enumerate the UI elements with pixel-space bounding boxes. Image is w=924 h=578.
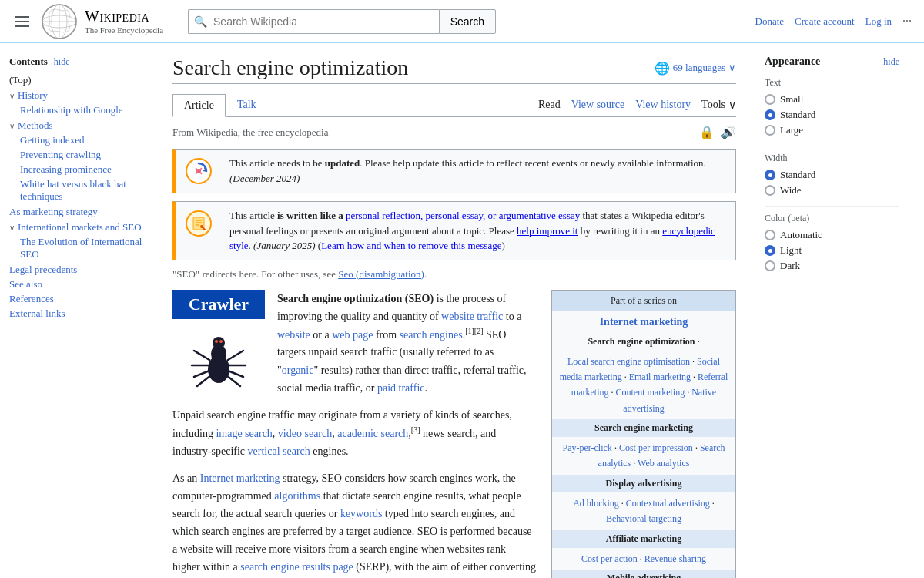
internet-marketing-link[interactable]: Internet marketing xyxy=(200,472,280,484)
website-link[interactable]: website xyxy=(277,328,310,340)
width-standard-option[interactable]: Standard xyxy=(765,169,899,181)
svg-line-21 xyxy=(194,351,209,360)
tab-read[interactable]: Read xyxy=(538,99,561,111)
infobox-display-links: Ad blocking · Contextual advertising · B… xyxy=(552,492,735,530)
color-automatic-option[interactable]: Automatic xyxy=(765,229,899,241)
web-page-link[interactable]: web page xyxy=(332,328,373,340)
toc-legal-link[interactable]: Legal precedents xyxy=(9,264,77,275)
search-button[interactable]: Search xyxy=(439,9,496,34)
toc-hide-button[interactable]: hide xyxy=(54,56,70,68)
toc-see-also-link[interactable]: See also xyxy=(9,278,42,290)
algorithms-link[interactable]: algorithms xyxy=(274,490,320,502)
appearance-title: Appearance xyxy=(765,55,820,68)
improve-link[interactable]: help improve it xyxy=(517,225,578,237)
search-icon: 🔍 xyxy=(194,15,207,28)
search-area: 🔍 Search xyxy=(188,9,496,34)
from-wiki-icons: 🔒 🔊 xyxy=(699,125,736,139)
search-input[interactable] xyxy=(188,9,439,34)
infobox-link[interactable]: Web analytics xyxy=(638,458,689,469)
infobox-link[interactable]: Cost per impression xyxy=(619,442,693,453)
donate-link[interactable]: Donate xyxy=(755,15,785,28)
infobox-link[interactable]: Pay-per-click xyxy=(562,442,611,453)
toc-preventing-crawling-link[interactable]: Preventing crawling xyxy=(20,149,101,160)
video-search-link[interactable]: video search xyxy=(278,427,332,439)
tabs: Article Talk Read View source View histo… xyxy=(172,93,736,117)
divider xyxy=(765,206,899,207)
color-automatic-radio[interactable] xyxy=(765,230,775,240)
toc-relationship-link[interactable]: Relationship with Google xyxy=(20,104,123,116)
search-engines-link[interactable]: search engines xyxy=(400,328,463,340)
essay-link[interactable]: personal reflection, personal essay, or … xyxy=(346,210,580,221)
text-small-radio[interactable] xyxy=(765,94,775,105)
infobox-series-label: Part of a series on xyxy=(552,291,735,311)
infobox-link[interactable]: Local search engine optimisation xyxy=(567,356,690,367)
width-wide-radio[interactable] xyxy=(765,185,775,196)
width-standard-radio[interactable] xyxy=(765,170,775,180)
redirect-link[interactable]: Seo (disambiguation) xyxy=(338,268,424,280)
color-dark-option[interactable]: Dark xyxy=(765,260,899,272)
toc-header: Contents hide xyxy=(9,55,145,68)
color-light-option[interactable]: Light xyxy=(765,244,899,257)
infobox-link[interactable]: Contextual advertising xyxy=(626,498,710,509)
infobox-link[interactable]: Content marketing xyxy=(616,387,685,398)
toc-item: As marketing strategy xyxy=(9,206,145,218)
language-button[interactable]: 🌐 69 languages ∨ xyxy=(654,61,736,76)
toc-section-international: ∨ International markets and SEO The Evol… xyxy=(9,221,145,260)
infobox-link[interactable]: Behavioral targeting xyxy=(606,513,681,524)
svg-point-15 xyxy=(200,225,203,228)
toc-section-methods: ∨ Methods Getting indexed Preventing cra… xyxy=(9,119,145,203)
learn-how-link[interactable]: Learn how and when to remove this messag… xyxy=(321,240,501,251)
toc-history-link[interactable]: History xyxy=(18,89,48,102)
toc-evolution-link[interactable]: The Evolution of International SEO xyxy=(20,236,142,260)
appearance-hide-button[interactable]: hide xyxy=(883,56,899,68)
text-size-options: Small Standard Large xyxy=(765,93,899,136)
logo-link[interactable]: Wikipedia The Free Encyclopedia xyxy=(40,2,163,41)
toc-item: References xyxy=(9,293,145,305)
color-dark-radio[interactable] xyxy=(765,260,775,271)
essay-notice: This article is written like a personal … xyxy=(172,201,736,260)
website-traffic-link[interactable]: website traffic xyxy=(441,311,503,322)
lang-count: 69 languages xyxy=(673,62,725,74)
essay-icon xyxy=(176,202,222,245)
toc-white-hat-link[interactable]: White hat versus black hat techniques xyxy=(20,178,126,202)
infobox: Part of a series on Internet marketing S… xyxy=(551,290,736,579)
keywords-link[interactable]: keywords xyxy=(340,508,382,519)
tab-article[interactable]: Article xyxy=(172,94,226,117)
width-wide-option[interactable]: Wide xyxy=(765,184,899,197)
update-notice-content: This article needs to be updated. Please… xyxy=(229,150,735,192)
toc-references-link[interactable]: References xyxy=(9,293,54,304)
academic-search-link[interactable]: academic search xyxy=(337,427,408,439)
toc-international-link[interactable]: International markets and SEO xyxy=(18,221,142,234)
create-account-link[interactable]: Create account xyxy=(795,15,855,28)
color-light-radio[interactable] xyxy=(765,245,775,256)
paid-traffic-link[interactable]: paid traffic xyxy=(377,382,425,394)
login-link[interactable]: Log in xyxy=(865,15,892,28)
text-standard-radio[interactable] xyxy=(765,109,775,120)
toc-marketing-link[interactable]: As marketing strategy xyxy=(9,206,98,217)
toc-getting-indexed-link[interactable]: Getting indexed xyxy=(20,134,84,146)
hamburger-menu[interactable] xyxy=(12,13,32,30)
organic-link[interactable]: organic xyxy=(282,365,314,376)
infobox-link[interactable]: Revenue sharing xyxy=(644,553,706,564)
tools-button[interactable]: Tools ∨ xyxy=(701,99,736,112)
infobox-link[interactable]: Email marketing xyxy=(629,371,691,382)
tabs-right: Read View source View history Tools ∨ xyxy=(538,99,736,112)
vertical-search-link[interactable]: vertical search xyxy=(248,445,310,457)
toc-external-links-link[interactable]: External links xyxy=(9,307,65,319)
image-search-link[interactable]: image search xyxy=(216,427,272,439)
text-standard-option[interactable]: Standard xyxy=(765,109,899,121)
infobox-link[interactable]: Cost per action xyxy=(581,553,638,564)
translate-icon: 🌐 xyxy=(654,61,670,76)
text-large-option[interactable]: Large xyxy=(765,124,899,136)
tab-talk[interactable]: Talk xyxy=(226,93,268,116)
tab-view-source[interactable]: View source xyxy=(571,99,625,111)
text-large-radio[interactable] xyxy=(765,125,775,136)
toc-increasing-prominence-link[interactable]: Increasing prominence xyxy=(20,163,112,175)
chevron-icon: ∨ xyxy=(9,92,15,100)
infobox-link[interactable]: Ad blocking xyxy=(573,498,619,509)
serp-link[interactable]: search engine results page xyxy=(240,561,353,573)
more-options-button[interactable]: ··· xyxy=(902,15,912,29)
tab-view-history[interactable]: View history xyxy=(635,99,691,111)
text-small-option[interactable]: Small xyxy=(765,93,899,106)
toc-methods-link[interactable]: Methods xyxy=(18,119,53,132)
